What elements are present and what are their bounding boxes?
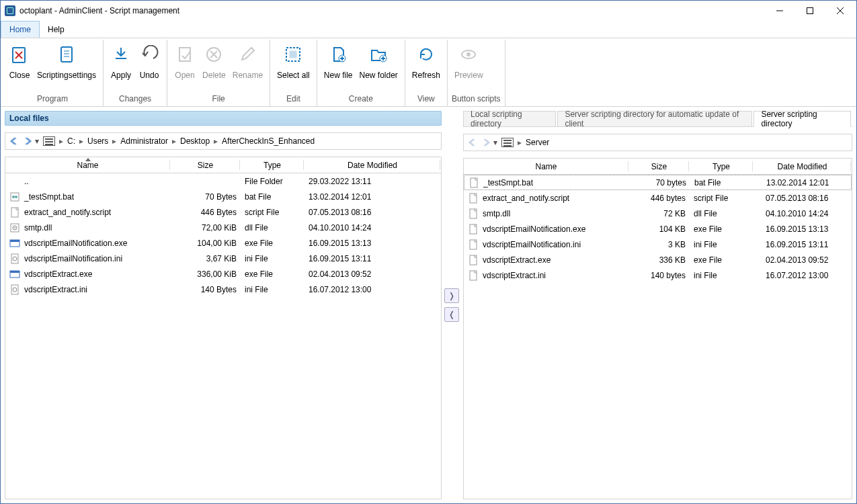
- breadcrumb-segment[interactable]: Users: [85, 136, 111, 146]
- file-icon: [9, 269, 20, 280]
- local-crumbs[interactable]: ▸C:▸Users▸Administrator▸Desktop▸AfterChe…: [59, 136, 438, 146]
- file-type: ini File: [241, 285, 304, 294]
- ribbon-close-button[interactable]: Close: [6, 41, 33, 94]
- file-row[interactable]: vdscriptExtract.exe336 KBexe File02.04.2…: [464, 252, 852, 267]
- file-size: 3 KB: [629, 240, 690, 249]
- file-date: 16.09.2015 13:13: [753, 224, 852, 234]
- file-type: bat File: [690, 178, 754, 187]
- ribbon-scripting-settings-button[interactable]: Scriptingsettings: [34, 41, 99, 94]
- menu-home[interactable]: Home: [1, 21, 40, 38]
- file-type: File Folder: [241, 177, 304, 186]
- file-row[interactable]: vdscriptExtract.ini140 bytesini File16.0…: [464, 267, 852, 283]
- file-name: _testSmpt.bat: [24, 192, 74, 202]
- col-size[interactable]: Size: [629, 159, 690, 174]
- refresh-icon: [415, 44, 437, 65]
- transfer-left-button[interactable]: ❬: [444, 307, 459, 322]
- ribbon-group-scripts: Button scripts: [452, 94, 501, 106]
- chevron-right-icon: ▸: [112, 136, 116, 146]
- ribbon-group-view: View: [409, 94, 443, 106]
- ribbon-undo-button[interactable]: Undo: [136, 41, 163, 94]
- file-name: vdscriptExtract.ini: [24, 285, 87, 294]
- file-icon: [468, 270, 479, 281]
- tab-server-auto-update[interactable]: Server scripting directory for automatic…: [557, 111, 752, 126]
- file-row[interactable]: vdscriptEmailNotification.exe104 KBexe F…: [464, 221, 852, 237]
- delete-icon: [203, 44, 225, 65]
- col-date[interactable]: Date Modified: [304, 157, 441, 173]
- ribbon-new-folder-button[interactable]: New folder: [356, 41, 400, 94]
- file-row[interactable]: _testSmpt.bat70 Bytesbat File13.02.2014 …: [5, 189, 441, 204]
- file-row[interactable]: extract_and_notify.script446 bytesscript…: [464, 190, 852, 206]
- breadcrumb-segment[interactable]: C:: [65, 136, 78, 146]
- breadcrumb-segment[interactable]: Server: [523, 138, 552, 147]
- nav-history-dropdown-icon[interactable]: ▾: [493, 138, 497, 147]
- file-type: script File: [241, 208, 304, 217]
- close-page-icon: [9, 44, 30, 65]
- ribbon-select-all-button[interactable]: Select all: [274, 41, 313, 94]
- col-type[interactable]: Type: [241, 157, 304, 173]
- view-details-icon[interactable]: [501, 138, 514, 147]
- file-name: smtp.dll: [24, 223, 52, 233]
- window-title: octoplant - AdminClient - Script managem…: [19, 6, 764, 15]
- ribbon-apply-button[interactable]: Apply: [108, 41, 134, 94]
- server-crumbs[interactable]: ▸Server: [518, 138, 849, 147]
- open-icon: [174, 44, 196, 65]
- file-row[interactable]: vdscriptExtract.ini140 Bytesini File16.0…: [5, 282, 441, 297]
- file-row[interactable]: ..File Folder29.03.2022 13:11: [5, 173, 441, 189]
- col-type[interactable]: Type: [690, 159, 753, 174]
- svg-rect-37: [10, 271, 19, 273]
- file-icon: [468, 239, 479, 250]
- file-name: _testSmpt.bat: [483, 178, 533, 187]
- file-row[interactable]: smtp.dll72,00 KiBdll File04.10.2010 14:2…: [5, 220, 441, 235]
- file-type: bat File: [241, 192, 304, 202]
- file-size: 104,00 KiB: [171, 239, 241, 248]
- ribbon-delete-button[interactable]: Delete: [200, 41, 229, 94]
- apply-icon: [110, 44, 132, 65]
- file-row[interactable]: vdscriptEmailNotification.ini3 KBini Fil…: [464, 237, 852, 252]
- file-size: 140 Bytes: [171, 285, 241, 294]
- col-date[interactable]: Date Modified: [753, 159, 852, 174]
- chevron-right-icon: ▸: [79, 136, 83, 146]
- nav-history-dropdown-icon[interactable]: ▾: [35, 136, 39, 146]
- file-icon: [9, 192, 20, 202]
- file-row[interactable]: extract_and_notify.script446 Bytesscript…: [5, 204, 441, 220]
- nav-forward-icon[interactable]: [480, 136, 492, 149]
- window-minimize-button[interactable]: [764, 1, 794, 20]
- breadcrumb-segment[interactable]: Administrator: [118, 136, 171, 146]
- view-details-icon[interactable]: [43, 136, 55, 146]
- file-icon: [9, 176, 20, 187]
- file-row[interactable]: smtp.dll72 KBdll File04.10.2010 14:24: [464, 206, 852, 221]
- window-close-button[interactable]: [825, 1, 855, 20]
- file-type: ini File: [690, 271, 753, 280]
- ribbon-rename-button[interactable]: Rename: [230, 41, 266, 94]
- ribbon-new-file-button[interactable]: New file: [321, 41, 356, 94]
- file-size: 72,00 KiB: [171, 223, 241, 233]
- svg-point-27: [15, 196, 17, 198]
- file-row[interactable]: _testSmpt.bat70 bytesbat File13.02.2014 …: [464, 175, 852, 190]
- file-row[interactable]: vdscriptEmailNotification.ini3,67 KiBini…: [5, 251, 441, 266]
- local-file-list: Name Size Type Date Modified ..File Fold…: [5, 157, 442, 499]
- col-name[interactable]: Name: [5, 157, 171, 173]
- file-date: 07.05.2013 08:16: [753, 194, 852, 203]
- file-name: smtp.dll: [483, 209, 510, 218]
- file-row[interactable]: vdscriptExtract.exe336,00 KiBexe File02.…: [5, 266, 441, 282]
- chevron-right-icon: ▸: [214, 136, 218, 146]
- transfer-right-button[interactable]: ❭: [444, 288, 459, 303]
- menu-help[interactable]: Help: [40, 21, 73, 38]
- file-row[interactable]: vdscriptEmailNotification.exe104,00 KiBe…: [5, 235, 441, 251]
- ribbon-preview-button[interactable]: Preview: [452, 41, 486, 94]
- nav-back-icon[interactable]: [8, 135, 20, 147]
- ribbon-open-button[interactable]: Open: [171, 41, 198, 94]
- ribbon-group-program: Program: [6, 94, 99, 106]
- svg-rect-42: [470, 209, 477, 218]
- col-size[interactable]: Size: [171, 157, 241, 173]
- breadcrumb-segment[interactable]: Desktop: [177, 136, 212, 146]
- breadcrumb-segment[interactable]: AfterCheckInS_Enhanced: [219, 136, 317, 146]
- nav-back-icon[interactable]: [466, 136, 479, 149]
- ribbon-refresh-button[interactable]: Refresh: [409, 41, 443, 94]
- window-maximize-button[interactable]: [794, 1, 825, 20]
- nav-forward-icon[interactable]: [22, 135, 34, 147]
- col-name[interactable]: Name: [464, 159, 629, 174]
- file-name: vdscriptEmailNotification.exe: [483, 224, 585, 234]
- tab-server-scripting[interactable]: Server scripting directory: [753, 111, 851, 127]
- tab-local-scripting[interactable]: Local scripting directory: [463, 111, 556, 126]
